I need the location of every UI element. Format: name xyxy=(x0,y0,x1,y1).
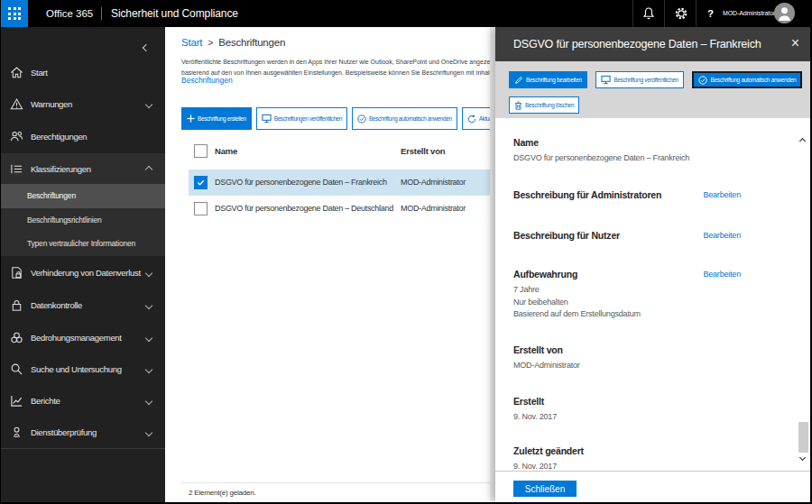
publish-icon xyxy=(262,114,272,124)
avatar[interactable] xyxy=(773,2,796,24)
publish-label-button[interactable]: Beschriftung veröffentlichen xyxy=(595,71,684,88)
topbar-divider xyxy=(101,7,102,20)
trash-icon xyxy=(514,101,522,110)
biohazard-icon xyxy=(10,331,23,344)
sidebar-item-label: Dienstüberprüfung xyxy=(31,427,97,437)
app-launcher-button[interactable] xyxy=(1,0,28,27)
notifications-bell-icon[interactable] xyxy=(641,6,656,21)
sidebar-item-verhinderung-von-datenverlust[interactable]: Verhinderung von Datenverlust xyxy=(1,257,165,288)
chevron-up-icon xyxy=(146,164,152,174)
edit-link[interactable]: Bearbeiten xyxy=(703,190,741,199)
close-panel-button[interactable]: Schließen xyxy=(513,481,577,497)
auto-apply-label-button[interactable]: Beschriftung automatisch anwenden xyxy=(352,107,457,130)
delete-label-button[interactable]: Beschriftung löschen xyxy=(509,96,579,114)
sidebar: Start Warnungen Berechtigungen Klassifiz… xyxy=(1,27,165,502)
chevron-down-icon xyxy=(146,300,152,310)
sidebar-item-berechtigungen[interactable]: Berechtigungen xyxy=(1,121,165,151)
list-icon xyxy=(10,162,23,176)
page: Office 365 Sicherheit und Compliance ? M… xyxy=(0,0,812,504)
sidebar-item-warnungen[interactable]: Warnungen xyxy=(1,88,165,119)
sidebar-divider xyxy=(1,448,165,449)
label-created-by: MOD-Administrator xyxy=(401,178,466,187)
sidebar-item-suche-und-untersuchung[interactable]: Suche und Untersuchung xyxy=(1,353,165,384)
topbar-separator xyxy=(664,0,665,27)
warning-icon xyxy=(10,97,23,111)
sidebar-item-label: Bedrohungsmanagement xyxy=(31,333,122,343)
panel-title: DSGVO für personenbezogene Daten – Frank… xyxy=(513,27,761,61)
chevron-down-icon xyxy=(146,99,152,109)
row-checkbox-checked[interactable] xyxy=(194,176,208,189)
sidebar-item-label: Start xyxy=(31,68,48,78)
scroll-up-icon[interactable] xyxy=(800,131,805,147)
sidebar-subitem-label: Beschriftungsrichtlinien xyxy=(27,215,102,225)
column-header-created-by[interactable]: Erstellt von xyxy=(401,146,445,156)
plus-icon xyxy=(187,115,195,123)
sidebar-item-label: Suche und Untersuchung xyxy=(31,364,122,374)
sidebar-subitem-label: Beschriftungen xyxy=(27,191,76,200)
sidebar-item-berichte[interactable]: Berichte xyxy=(1,385,165,416)
section-retention: Aufbewahrung Bearbeiten 7 Jahre Nur beib… xyxy=(513,269,741,321)
chevron-down-icon xyxy=(146,333,152,343)
panel-header: DSGVO für personenbezogene Daten – Frank… xyxy=(495,27,810,61)
auto-apply-icon xyxy=(357,115,366,124)
sidebar-item-label: Berechtigungen xyxy=(31,132,87,142)
section-modified: Zuletzt geändert 9. Nov. 2017 xyxy=(513,445,741,473)
sidebar-item-typen-vertraulicher-informationen[interactable]: Typen vertraulicher Informationen xyxy=(1,232,165,256)
auto-apply-icon xyxy=(698,76,707,85)
sidebar-item-klassifizierungen[interactable]: Klassifizierungen xyxy=(1,153,165,184)
panel-scrollbar[interactable] xyxy=(797,118,810,471)
sidebar-item-beschriftungen[interactable]: Beschriftungen xyxy=(1,184,165,208)
sidebar-item-datenkontrolle[interactable]: Datenkontrolle xyxy=(1,289,165,320)
panel-footer: Schließen xyxy=(495,471,810,502)
edit-label-button[interactable]: Beschriftung bearbeiten xyxy=(509,71,587,88)
select-all-checkbox[interactable] xyxy=(194,144,208,158)
label-detail-panel: DSGVO für personenbezogene Daten – Frank… xyxy=(495,27,810,502)
chart-icon xyxy=(10,394,23,408)
section-created: Erstellt 9. Nov. 2017 xyxy=(513,396,741,424)
refresh-icon xyxy=(467,115,476,124)
sidebar-subitem-label: Typen vertraulicher Informationen xyxy=(27,239,135,248)
search-icon xyxy=(10,362,23,376)
topbar: Office 365 Sicherheit und Compliance ? M… xyxy=(1,0,810,27)
settings-gear-icon[interactable] xyxy=(674,6,688,21)
sidebar-collapse-icon[interactable] xyxy=(143,38,149,54)
user-name[interactable]: MOD-Administrator xyxy=(723,0,775,27)
chevron-down-icon xyxy=(146,396,152,406)
help-icon[interactable]: ? xyxy=(707,0,714,27)
labels-link[interactable]: Beschriftungen xyxy=(181,76,233,85)
page-description-line1: Veröffentlichte Beschriftungen werden in… xyxy=(181,59,492,65)
app-title: Sicherheit und Compliance xyxy=(111,0,238,27)
close-icon[interactable]: × xyxy=(791,27,799,60)
sidebar-item-beschriftungsrichtlinien[interactable]: Beschriftungsrichtlinien xyxy=(1,208,165,233)
sidebar-item-label: Klassifizierungen xyxy=(31,164,91,174)
row-checkbox[interactable] xyxy=(194,202,208,215)
create-label-button[interactable]: Beschriftung erstellen xyxy=(181,107,252,130)
brand-title[interactable]: Office 365 xyxy=(46,0,93,27)
sidebar-item-start[interactable]: Start xyxy=(1,57,165,87)
chevron-down-icon xyxy=(146,268,152,278)
waffle-icon xyxy=(8,7,21,20)
sidebar-item-bedrohungsmanagement[interactable]: Bedrohungsmanagement xyxy=(1,322,165,353)
sidebar-item-label: Verhinderung von Datenverlust xyxy=(31,268,141,278)
publish-labels-button[interactable]: Beschriftungen veröffentlichen xyxy=(256,107,347,130)
auto-apply-label-button[interactable]: Beschriftung automatisch anwenden xyxy=(692,71,802,88)
page-description-line2: basierend auf den von Ihnen ausgewählten… xyxy=(181,69,495,76)
panel-toolbar: Beschriftung bearbeiten Beschriftung ver… xyxy=(495,61,810,118)
sidebar-item-dienstueberpruefung[interactable]: Dienstüberprüfung xyxy=(1,417,165,447)
topbar-separator xyxy=(632,0,633,27)
breadcrumb-separator: > xyxy=(208,37,213,48)
panel-body: Name DSGVO für personenbezogene Daten – … xyxy=(495,118,810,471)
labels-toolbar: Beschriftung erstellen Beschriftungen ve… xyxy=(181,107,513,130)
label-name: DSGVO für personenbezogene Daten – Deuts… xyxy=(215,204,393,213)
edit-link[interactable]: Bearbeiten xyxy=(703,231,741,240)
breadcrumb-current: Beschriftungen xyxy=(218,37,285,48)
breadcrumb-home-link[interactable]: Start xyxy=(181,37,202,48)
sidebar-item-label: Warnungen xyxy=(31,99,72,109)
column-header-name[interactable]: Name xyxy=(215,146,237,156)
scroll-down-icon[interactable] xyxy=(800,447,805,463)
chevron-down-icon xyxy=(146,364,152,374)
sidebar-item-label: Datenkontrolle xyxy=(31,300,82,310)
section-admin-description: Beschreibung für Administratoren Bearbei… xyxy=(513,189,741,200)
edit-link[interactable]: Bearbeiten xyxy=(703,270,741,279)
people-icon xyxy=(10,130,23,143)
